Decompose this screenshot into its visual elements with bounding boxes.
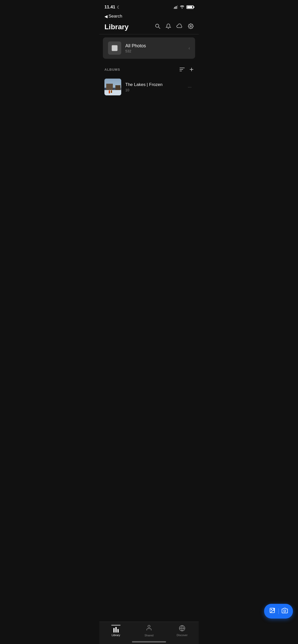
signal-bars	[173, 5, 178, 9]
moon-icon: ☾	[117, 5, 120, 10]
cloud-icon[interactable]	[176, 23, 183, 31]
status-time: 11.41	[104, 5, 115, 10]
add-album-icon[interactable]: +	[189, 66, 194, 73]
signal-bar-2	[174, 7, 175, 9]
all-photos-text: All Photos 532	[125, 43, 188, 53]
status-left: 11.41 ☾	[104, 5, 120, 10]
header-actions	[155, 23, 194, 31]
battery-icon	[186, 5, 194, 9]
page-header: Library	[99, 21, 199, 34]
svg-line-1	[158, 27, 160, 28]
sort-icon[interactable]	[179, 67, 185, 72]
settings-icon[interactable]	[188, 23, 194, 31]
wifi-icon	[180, 5, 184, 9]
signal-bar-4	[177, 5, 178, 9]
status-bar: 11.41 ☾	[99, 0, 199, 13]
signal-bar-1	[173, 8, 174, 9]
back-nav[interactable]: ◀ Search	[99, 13, 199, 21]
albums-actions: +	[179, 66, 194, 73]
album-item[interactable]: The Lakes | Frozen 10 ···	[99, 76, 199, 98]
svg-point-2	[190, 25, 192, 27]
status-right	[173, 5, 194, 9]
notifications-icon[interactable]	[166, 23, 171, 31]
album-info: The Lakes | Frozen 10	[125, 82, 186, 92]
back-arrow-icon: ◀	[104, 14, 107, 19]
all-photos-row[interactable]: All Photos 532 ‹	[103, 37, 195, 59]
page-title: Library	[104, 23, 129, 31]
albums-header: ALBUMS +	[99, 62, 199, 76]
all-photos-icon	[108, 41, 121, 55]
all-photos-title: All Photos	[125, 43, 188, 49]
album-name: The Lakes | Frozen	[125, 82, 186, 87]
battery-fill	[187, 6, 192, 8]
album-more-button[interactable]: ···	[186, 82, 194, 92]
albums-list: The Lakes | Frozen 10 ···	[99, 76, 199, 98]
all-photos-count: 532	[125, 49, 188, 53]
header-divider	[99, 34, 199, 34]
back-label: Search	[109, 14, 122, 19]
albums-section-title: ALBUMS	[104, 68, 120, 71]
album-thumbnail	[104, 79, 121, 95]
search-icon[interactable]	[155, 23, 160, 31]
all-photos-chevron: ‹	[188, 46, 190, 51]
album-count: 10	[125, 88, 186, 92]
signal-bar-3	[176, 6, 177, 9]
svg-point-4	[113, 47, 114, 48]
